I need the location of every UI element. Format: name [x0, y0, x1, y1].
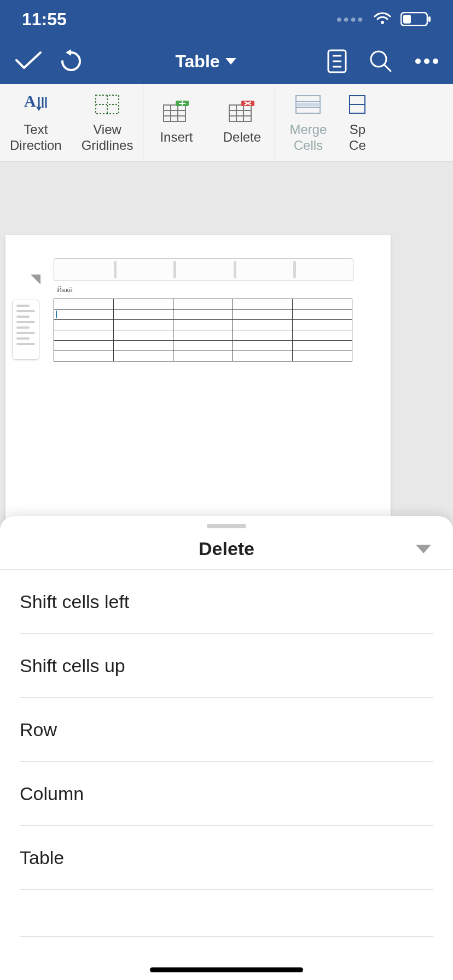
document-text[interactable]: Йккй [57, 285, 73, 294]
split-cells-label: Sp Ce [349, 122, 366, 154]
insert-table-icon [162, 100, 190, 124]
status-time: 11:55 [22, 9, 67, 30]
insert-label: Insert [160, 130, 193, 145]
sheet-options: Shift cells left Shift cells up Row Colu… [0, 570, 453, 937]
option-shift-cells-up[interactable]: Shift cells up [20, 634, 433, 698]
horizontal-ruler[interactable] [54, 258, 353, 281]
svg-rect-38 [297, 103, 319, 106]
delete-label: Delete [223, 130, 261, 145]
split-cells-icon [349, 92, 365, 116]
text-direction-button[interactable]: A Text Direction [0, 84, 72, 161]
merge-cells-icon [295, 92, 321, 116]
view-gridlines-label: View Gridlines [82, 122, 133, 154]
option-shift-cells-left[interactable]: Shift cells left [20, 570, 433, 634]
network-dots-icon: ●●●● [336, 14, 365, 25]
merge-cells-label: Merge Cells [289, 122, 327, 154]
text-direction-label: Text Direction [10, 122, 62, 154]
delete-sheet: Delete Shift cells left Shift cells up R… [0, 516, 453, 980]
text-direction-icon: A [24, 92, 47, 116]
document-table[interactable] [54, 299, 352, 361]
option-table[interactable]: Table [20, 826, 433, 890]
done-check-icon[interactable] [14, 50, 43, 72]
svg-rect-1 [403, 15, 411, 24]
svg-point-7 [371, 51, 386, 67]
chevron-down-icon [225, 58, 236, 65]
option-row[interactable]: Row [20, 698, 433, 762]
ruler-indent-marker-icon[interactable] [31, 275, 40, 284]
status-right: ●●●● [336, 12, 432, 26]
home-indicator[interactable] [150, 967, 303, 972]
sheet-header[interactable]: Delete [0, 528, 453, 570]
svg-point-9 [415, 59, 421, 64]
more-icon[interactable] [415, 58, 439, 65]
chevron-down-icon [416, 545, 431, 553]
view-gridlines-icon [95, 92, 119, 116]
reading-view-icon[interactable] [327, 49, 347, 73]
insert-button[interactable]: Insert [143, 84, 209, 161]
active-cell[interactable] [54, 310, 114, 320]
svg-rect-19 [164, 105, 185, 121]
svg-rect-27 [229, 105, 251, 121]
ribbon: A Text Direction View Gridlines [0, 84, 453, 162]
search-icon[interactable] [369, 49, 393, 73]
battery-icon [400, 12, 431, 26]
ribbon-tab-selector[interactable]: Table [175, 51, 236, 72]
sheet-title: Delete [199, 538, 254, 559]
option-column[interactable]: Column [20, 762, 433, 826]
svg-rect-2 [428, 16, 431, 22]
svg-point-10 [424, 59, 429, 64]
status-bar: 11:55 ●●●● [0, 0, 453, 38]
view-gridlines-button[interactable]: View Gridlines [72, 84, 143, 161]
merge-cells-button[interactable]: Merge Cells [275, 84, 341, 161]
undo-icon[interactable] [58, 48, 84, 74]
split-cells-button[interactable]: Sp Ce [341, 84, 374, 161]
page-thumbnail[interactable] [12, 300, 39, 360]
app-header: Table [0, 38, 453, 84]
wifi-icon [373, 12, 392, 26]
delete-button[interactable]: Delete [209, 84, 275, 161]
svg-line-8 [385, 65, 391, 71]
svg-text:A: A [24, 94, 36, 110]
delete-table-icon [228, 100, 255, 124]
sheet-spacer [20, 890, 433, 937]
sheet-grabber[interactable] [207, 524, 246, 528]
svg-point-11 [433, 59, 438, 64]
ribbon-tab-label: Table [175, 51, 219, 72]
